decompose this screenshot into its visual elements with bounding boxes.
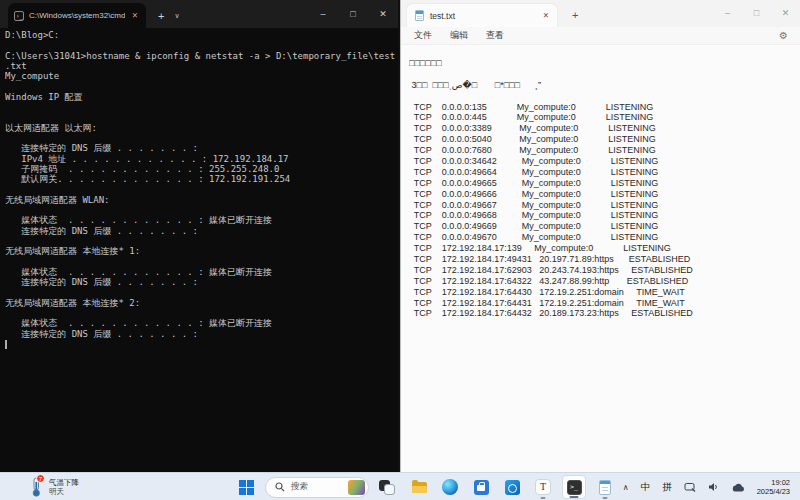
terminal-taskbar-button[interactable]: >_ xyxy=(562,475,586,499)
task-view-button[interactable] xyxy=(376,475,400,499)
taskbar: 7 气温下降 明天 搜索 xyxy=(0,472,800,500)
terminal-tab-title: C:\Windows\system32\cmd.ex xyxy=(29,11,125,20)
menu-file[interactable]: 文件 xyxy=(405,29,441,42)
menu-edit[interactable]: 编辑 xyxy=(441,29,477,42)
system-tray: ∧ 中 拼 19:02 2025/4/23 xyxy=(617,473,794,500)
notepad-taskbar-button[interactable] xyxy=(593,475,617,499)
clock-date: 2025/4/23 xyxy=(757,487,790,496)
notepad-line: TCP 0.0.0.0:49670 My_compute:0 LISTENING xyxy=(409,232,800,243)
tray-expand-button[interactable]: ∧ xyxy=(617,483,635,492)
terminal-tab-cmd[interactable]: ›_ C:\Windows\system32\cmd.ex ✕ xyxy=(8,3,146,28)
notepad-line: TCP 0.0.0.0:49666 My_compute:0 LISTENING xyxy=(409,189,800,200)
maximize-button[interactable]: □ xyxy=(338,0,368,28)
new-tab-button[interactable]: + xyxy=(572,9,578,21)
notepad-line xyxy=(409,69,800,80)
notepad-line: TCP 172.192.184.17:62903 20.243.74.193:h… xyxy=(409,265,800,276)
minimize-button[interactable]: – xyxy=(308,0,338,28)
task-view-icon xyxy=(377,482,399,493)
notepad-line: TCP 0.0.0.0:5040 My_compute:0 LISTENING xyxy=(409,134,800,145)
file-explorer-button[interactable] xyxy=(407,475,431,499)
start-button[interactable] xyxy=(234,475,258,499)
terminal-line: 连接特定的 DNS 后缀 . . . . . . . : xyxy=(5,226,398,236)
terminal-line xyxy=(5,205,398,215)
notepad-line: TCP 172.192.184.17:64322 43.247.88.99:ht… xyxy=(409,276,800,287)
terminal-output[interactable]: D:\Blog>C: C:\Users\31041>hostname & ipc… xyxy=(0,28,398,339)
terminal-line xyxy=(5,102,398,112)
terminal-cursor xyxy=(5,340,7,349)
clock-time: 19:02 xyxy=(757,478,790,487)
tab-close-icon[interactable]: ✕ xyxy=(543,11,549,20)
tab-dropdown-button[interactable]: ∨ xyxy=(174,12,179,20)
new-tab-button[interactable]: + xyxy=(158,10,164,22)
notepad-icon xyxy=(599,480,611,495)
notepad-titlebar[interactable]: test.txt ✕ + – □ ✕ xyxy=(401,0,800,27)
weather-widget[interactable]: 7 气温下降 明天 xyxy=(30,476,79,498)
ime-language-indicator[interactable]: 中 xyxy=(635,481,657,494)
terminal-line: C:\Users\31041>hostname & ipconfig & net… xyxy=(5,51,398,61)
notepad-line: TCP 172.192.184.17:64431 172.19.2.251:do… xyxy=(409,298,800,309)
terminal-line xyxy=(5,257,398,267)
notepad-line: TCP 0.0.0.0:49669 My_compute:0 LISTENING xyxy=(409,221,800,232)
edge-button[interactable] xyxy=(438,475,462,499)
notepad-text[interactable]: □□□□□□ 3□□ □□□ˌص�□ □*□□□ ¸” TCP 0.0.0.0:… xyxy=(401,45,800,319)
close-button[interactable]: ✕ xyxy=(771,0,800,27)
terminal-titlebar[interactable]: ›_ C:\Windows\system32\cmd.ex ✕ + ∨ – □ … xyxy=(0,0,398,28)
search-highlight-image[interactable] xyxy=(348,480,365,495)
edge-icon xyxy=(442,479,458,495)
onedrive-cloud-icon[interactable] xyxy=(725,483,751,492)
cmd-icon: ›_ xyxy=(14,11,24,21)
notepad-line: TCP 0.0.0.0:445 My_compute:0 LISTENING xyxy=(409,112,800,123)
touch-keyboard-icon[interactable] xyxy=(678,482,702,492)
search-icon xyxy=(275,478,285,496)
terminal-line: IPv4 地址 . . . . . . . . . . . . : 172.19… xyxy=(5,154,398,164)
terminal-line xyxy=(5,287,398,297)
thermometer-icon: 7 xyxy=(30,477,44,497)
search-placeholder: 搜索 xyxy=(291,481,308,493)
terminal-line xyxy=(5,81,398,91)
terminal-line: 以太网适配器 以太网: xyxy=(5,123,398,133)
terminal-line xyxy=(5,40,398,50)
notepad-line: TCP 0.0.0.0:7680 My_compute:0 LISTENING xyxy=(409,145,800,156)
notepad-line: TCP 0.0.0.0:49665 My_compute:0 LISTENING xyxy=(409,178,800,189)
running-indicator-active xyxy=(570,496,579,498)
notepad-line: TCP 0.0.0.0:49668 My_compute:0 LISTENING xyxy=(409,210,800,221)
terminal-line xyxy=(5,308,398,318)
file-explorer-icon xyxy=(412,482,427,493)
notepad-line: TCP 0.0.0.0:135 My_compute:0 LISTENING xyxy=(409,102,800,113)
ime-mode-indicator[interactable]: 拼 xyxy=(656,481,678,494)
outlook-button[interactable] xyxy=(500,475,524,499)
running-indicator xyxy=(541,497,546,499)
close-button[interactable]: ✕ xyxy=(368,0,398,28)
terminal-line: Windows IP 配置 xyxy=(5,92,398,102)
notepad-line: TCP 0.0.0.0:3389 My_compute:0 LISTENING xyxy=(409,123,800,134)
terminal-line: 媒体状态 . . . . . . . . . . . . : 媒体已断开连接 xyxy=(5,318,398,328)
windows-logo-icon xyxy=(239,480,254,495)
terminal-line xyxy=(5,112,398,122)
maximize-button[interactable]: □ xyxy=(742,0,771,27)
notepad-line: □□□□□□ xyxy=(409,58,800,69)
terminal-icon: >_ xyxy=(567,480,582,495)
terminal-line xyxy=(5,236,398,246)
store-button[interactable] xyxy=(469,475,493,499)
terminal-line xyxy=(5,133,398,143)
minimize-button[interactable]: – xyxy=(713,0,742,27)
terminal-line: My_compute xyxy=(5,71,398,81)
notepad-window: test.txt ✕ + – □ ✕ 文件 编辑 查看 ⚙ □□□□□□ 3□□… xyxy=(400,0,800,472)
terminal-line: .txt xyxy=(5,61,398,71)
notepad-tab-testtxt[interactable]: test.txt ✕ xyxy=(406,3,558,27)
settings-gear-icon[interactable]: ⚙ xyxy=(779,30,788,41)
tab-close-icon[interactable]: ✕ xyxy=(130,11,140,20)
volume-icon[interactable] xyxy=(702,482,725,492)
menu-view[interactable]: 查看 xyxy=(477,29,513,42)
terminal-line: 媒体状态 . . . . . . . . . . . . : 媒体已断开连接 xyxy=(5,215,398,225)
notepad-window-controls: – □ ✕ xyxy=(713,0,800,27)
terminal-line: 默认网关. . . . . . . . . . . . . : 172.192.… xyxy=(5,174,398,184)
search-box[interactable]: 搜索 xyxy=(265,477,369,498)
running-indicator xyxy=(603,497,608,499)
terminal-line: 连接特定的 DNS 后缀 . . . . . . . : xyxy=(5,277,398,287)
typora-button[interactable]: T xyxy=(531,475,555,499)
clock[interactable]: 19:02 2025/4/23 xyxy=(751,478,794,496)
weather-subline: 明天 xyxy=(49,487,79,496)
notepad-line: 3□□ □□□ˌص�□ □*□□□ ¸” xyxy=(409,80,800,91)
store-icon xyxy=(474,480,489,495)
